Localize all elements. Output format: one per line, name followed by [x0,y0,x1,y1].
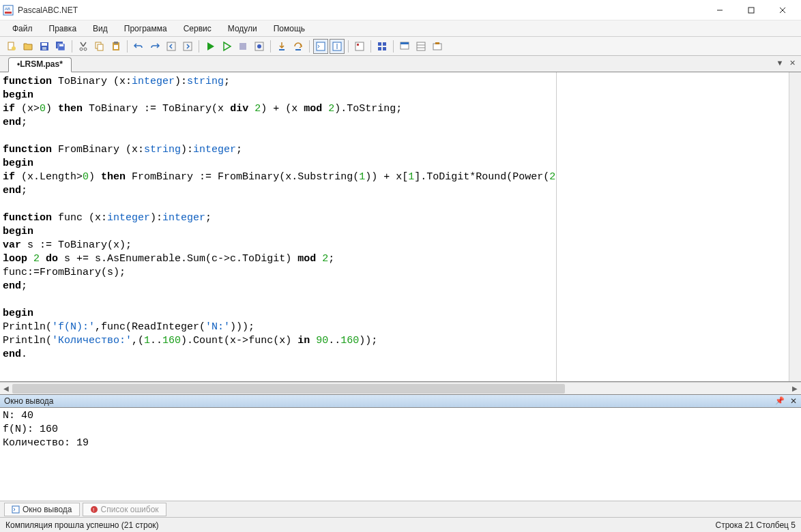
scroll-thumb[interactable] [12,384,565,394]
code-token [310,335,316,346]
code-token: begin [3,226,33,237]
redo-icon[interactable] [147,39,162,54]
code-token: ; [21,185,27,196]
new-file-icon[interactable] [4,39,19,54]
maximize-button[interactable] [736,0,767,20]
stop-icon[interactable] [235,39,250,54]
code-token: ; [21,117,27,128]
code-token: func:=FromBinary(s); [3,267,126,278]
menu-modules[interactable]: Модули [221,23,264,35]
output-panel[interactable]: N: 40 f(N): 160 Количество: 19 [0,408,801,501]
svg-rect-36 [378,47,381,50]
app-title: PascalABC.NET [18,5,704,15]
tab-output-label: Окно вывода [23,505,72,514]
menu-service[interactable]: Сервис [177,23,218,35]
step-over-icon[interactable] [291,39,306,54]
nav-back-icon[interactable] [164,39,179,54]
menu-help[interactable]: Помощь [267,23,312,35]
code-token: do [46,253,58,265]
tab-error-list[interactable]: ! Список ошибок [83,503,166,516]
cut-icon[interactable] [76,39,91,54]
panel-close-icon[interactable]: ✕ [790,396,797,406]
toolbar-separator [309,40,310,53]
nav-forward-icon[interactable] [180,39,195,54]
code-token: ): [181,144,193,156]
tab-output-window[interactable]: Окно вывода [4,503,80,516]
scroll-left-icon[interactable]: ◀ [0,383,12,395]
vertical-scrollbar[interactable] [789,72,801,381]
toolbar-separator [72,40,72,53]
svg-rect-4 [748,8,754,13]
immediate-window-icon[interactable] [330,39,345,54]
form-designer-icon[interactable] [397,39,412,54]
save-icon[interactable] [37,39,52,54]
code-token: 2 [549,171,555,183]
scroll-track[interactable] [12,383,789,394]
run-icon[interactable] [203,39,218,54]
output-line: f(N): 160 [3,424,58,435]
code-token: var [3,239,21,251]
code-token: ; [205,212,212,224]
step-into-icon[interactable] [274,39,289,54]
svg-point-26 [257,44,261,48]
code-token: 1 [408,171,414,183]
editor-container: function ToBinary (x:integer):string; be… [0,72,801,382]
code-token: ].ToDigit*Round(Power( [414,171,549,183]
close-button[interactable] [767,0,798,20]
code-token: (x.Length> [15,171,83,183]
code-token: func (x: [52,212,107,224]
save-all-icon[interactable] [53,39,68,54]
code-token: integer [107,212,150,224]
code-token: ).Count(x->func(x) [181,335,297,346]
scroll-right-icon[interactable]: ▶ [789,383,801,395]
svg-rect-20 [114,42,118,44]
watch-icon[interactable] [352,39,367,54]
code-token: begin [3,158,33,169]
svg-rect-14 [59,44,63,46]
code-editor[interactable]: function ToBinary (x:integer):string; be… [0,72,556,381]
app-icon: AB [3,5,14,16]
code-token: begin [3,89,33,101]
toolbar [0,37,801,56]
svg-point-16 [84,48,87,50]
properties-icon[interactable] [413,39,428,54]
code-token: ToBinary := ToBinary(x [83,103,230,115]
tab-dropdown-icon[interactable]: ▼ [775,58,785,68]
pin-icon[interactable]: 📌 [775,396,785,405]
code-token: ) [89,171,101,183]
copy-icon[interactable] [92,39,107,54]
code-token: end [3,280,21,292]
menu-view[interactable]: Вид [86,23,115,35]
code-token: end [3,117,21,128]
svg-rect-33 [357,44,359,46]
code-token: s := ToBinary(x); [21,239,132,251]
compile-icon[interactable] [252,39,267,54]
code-token: mod [297,253,316,265]
paste-icon[interactable] [108,39,123,54]
toolbox-icon[interactable] [430,39,445,54]
undo-icon[interactable] [131,39,146,54]
tab-errors-label: Список ошибок [101,505,159,514]
menu-file[interactable]: Файл [5,23,40,35]
horizontal-scrollbar[interactable]: ◀ ▶ [0,382,801,394]
toolbar-separator [270,40,271,53]
svg-rect-29 [317,42,325,50]
module-icon[interactable] [375,39,390,54]
output-window-icon[interactable] [313,39,328,54]
code-token: 1 [144,335,150,346]
code-token: ) [46,103,58,115]
file-tab-active[interactable]: •LRSM.pas* [8,57,72,72]
code-token: ): [150,212,162,224]
tab-close-icon[interactable]: ✕ [787,58,797,68]
minimize-button[interactable] [704,0,736,20]
menu-edit[interactable]: Правка [42,23,84,35]
editor-right-gutter [557,72,789,381]
run-no-debug-icon[interactable] [219,39,234,54]
menu-program[interactable]: Программа [117,23,174,35]
svg-point-8 [12,46,16,50]
output-title-label: Окно вывода [4,396,54,406]
code-token: ; [236,144,242,156]
svg-rect-43 [433,44,441,50]
open-file-icon[interactable] [20,39,35,54]
code-token: 160 [162,335,181,346]
